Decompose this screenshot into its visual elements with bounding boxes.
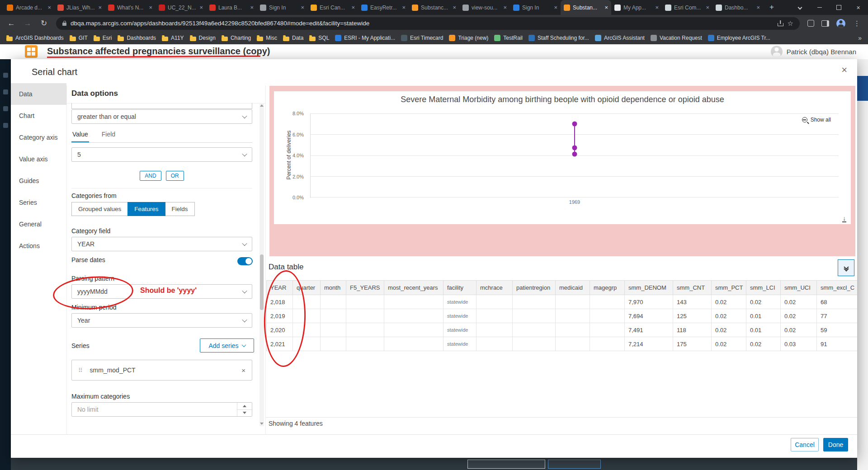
tab-close-icon[interactable]: × [351, 4, 355, 11]
bookmark-item[interactable]: Esri Timecard [401, 35, 443, 41]
modal-nav-item[interactable]: Chart [11, 105, 66, 127]
tab-close-icon[interactable]: × [706, 4, 709, 11]
column-header[interactable]: smm_UCI [781, 281, 817, 295]
menu-kebab-icon[interactable]: ⋮ [850, 19, 863, 28]
operator-select[interactable]: greater than or equal [71, 109, 252, 124]
stepper-down-icon[interactable] [237, 410, 252, 417]
column-header[interactable]: patientregion [513, 281, 556, 295]
browser-tab[interactable]: Esri Can... × [307, 0, 358, 15]
and-button[interactable]: AND [140, 171, 161, 181]
remove-series-icon[interactable]: × [241, 367, 245, 374]
column-header[interactable]: quarter [293, 281, 321, 295]
modal-nav-item[interactable]: Actions [11, 235, 66, 257]
browser-tab[interactable]: Sign In × [257, 0, 307, 15]
browser-tab[interactable]: Substanc... × [409, 0, 459, 15]
bookmark-item[interactable]: Misc [257, 35, 277, 41]
features-button[interactable]: Features [127, 202, 165, 216]
profile-avatar[interactable] [836, 19, 845, 28]
bookmark-item[interactable]: ArcGIS Dashboards [6, 35, 64, 41]
column-header[interactable]: smm_CNT [673, 281, 712, 295]
tab-close-icon[interactable]: × [98, 4, 102, 11]
column-header[interactable]: month [321, 281, 346, 295]
browser-tab[interactable]: Esri Com... × [662, 0, 712, 15]
browser-tab[interactable]: UC_22_N... × [156, 0, 206, 15]
column-header[interactable]: smm_LCI [746, 281, 781, 295]
modal-nav-item[interactable]: Value axis [11, 148, 66, 170]
extensions-icon[interactable] [807, 20, 814, 27]
condition-value-select[interactable]: 5 [71, 147, 252, 162]
modal-nav-item[interactable]: Series [11, 192, 66, 213]
window-close-button[interactable]: × [849, 0, 868, 15]
browser-tab[interactable]: Laura B... × [206, 0, 257, 15]
tab-close-icon[interactable]: × [655, 4, 659, 11]
user-menu[interactable]: Patrick (dbqa) Brennan [771, 46, 856, 57]
bookmark-item[interactable]: Charting [222, 35, 251, 41]
bookmark-item[interactable]: Staff Scheduling for... [528, 35, 589, 41]
tab-close-icon[interactable]: × [149, 4, 152, 11]
column-header[interactable]: most_recent_years [384, 281, 443, 295]
minimize-button[interactable] [810, 0, 829, 15]
modal-nav-item[interactable]: Category axis [11, 127, 66, 148]
tab-close-icon[interactable]: × [554, 4, 557, 11]
scrollbar-down-icon[interactable] [260, 423, 264, 425]
category-field-select[interactable]: YEAR [71, 237, 252, 251]
modal-nav-item[interactable]: General [11, 213, 66, 235]
add-series-button[interactable]: Add series [200, 338, 254, 352]
bookmark-item[interactable]: Esri [94, 35, 112, 41]
modal-nav-item[interactable]: Data [11, 83, 66, 105]
tab-close-icon[interactable]: × [402, 4, 406, 11]
tab-close-icon[interactable]: × [47, 4, 51, 11]
browser-tab[interactable]: Dashbo... × [712, 0, 763, 15]
back-button[interactable]: ← [5, 19, 18, 28]
done-button[interactable]: Done [823, 438, 848, 451]
cancel-button[interactable]: Cancel [791, 438, 819, 451]
tab-close-icon[interactable]: × [199, 4, 203, 11]
tab-close-icon[interactable]: × [604, 4, 608, 11]
column-header[interactable]: YEAR [267, 281, 293, 295]
tab-close-icon[interactable]: × [756, 4, 760, 11]
column-header[interactable]: smm_excl_C [817, 281, 857, 295]
collapse-table-button[interactable] [838, 259, 854, 276]
tab-close-icon[interactable]: × [453, 4, 456, 11]
bookmark-item[interactable]: GIT [70, 35, 88, 41]
bookmark-item[interactable]: TestRail [494, 35, 523, 41]
drag-handle-icon[interactable]: ⠿ [78, 367, 83, 374]
fields-button[interactable]: Fields [165, 202, 195, 216]
bookmark-item[interactable]: Dashboards [118, 35, 156, 41]
browser-tab[interactable]: view-sou... × [459, 0, 510, 15]
column-header[interactable]: smm_PCT [712, 281, 746, 295]
tab-value[interactable]: Value [71, 129, 89, 142]
column-header[interactable]: F5_YEARS [346, 281, 384, 295]
options-scrollbar[interactable] [259, 103, 264, 426]
modal-nav-item[interactable]: Guides [11, 170, 66, 192]
tab-close-icon[interactable]: × [503, 4, 507, 11]
bookmark-item[interactable]: Employee ArcGIS Tr... [708, 35, 770, 41]
column-header[interactable]: smm_DENOM [625, 281, 673, 295]
forward-button[interactable]: → [21, 19, 34, 28]
new-tab-button[interactable]: + [766, 1, 778, 13]
bookmark-item[interactable]: Data [283, 35, 303, 41]
download-icon[interactable]: ↓ [842, 214, 846, 222]
reload-button[interactable]: ↻ [37, 19, 51, 28]
side-panel-icon[interactable] [821, 20, 829, 27]
browser-tab[interactable]: Substan... × [561, 0, 611, 15]
bookmarks-overflow-icon[interactable]: » [854, 34, 862, 42]
modal-close-icon[interactable]: × [841, 64, 847, 76]
bookmark-item[interactable]: ESRI - My Applicati... [335, 35, 395, 41]
browser-tab[interactable]: What's N... × [105, 0, 156, 15]
tab-close-icon[interactable]: × [301, 4, 304, 11]
address-bar[interactable]: dbqa.maps.arcgis.com/apps/dashboards/925… [56, 17, 800, 30]
stepper-up-icon[interactable] [237, 403, 252, 410]
minimum-period-select[interactable]: Year [71, 313, 252, 328]
column-header[interactable]: magegrp [590, 281, 625, 295]
bookmark-item[interactable]: Design [190, 35, 216, 41]
bookmark-item[interactable]: A11Y [162, 35, 184, 41]
bookmark-item[interactable]: ArcGIS Assistant [595, 35, 645, 41]
maximize-button[interactable] [829, 0, 849, 15]
parse-dates-toggle[interactable] [237, 257, 253, 265]
scrollbar-up-icon[interactable] [260, 104, 264, 107]
column-header[interactable]: medicaid [556, 281, 590, 295]
tab-close-icon[interactable]: × [250, 4, 254, 11]
bookmark-item[interactable]: Vacation Request [651, 35, 702, 41]
browser-tab[interactable]: Arcade d... × [4, 0, 54, 15]
